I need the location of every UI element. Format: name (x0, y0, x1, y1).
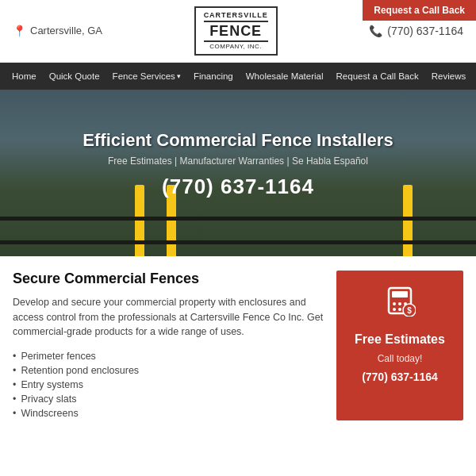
svg-rect-1 (0, 240, 476, 244)
hero-content: Efficient Commercial Fence Installers Fr… (83, 130, 393, 215)
sidebar-title: Free Estimates (355, 332, 445, 347)
request-callback-button[interactable]: Request a Call Back (363, 0, 476, 21)
svg-rect-4 (392, 291, 408, 298)
list-item: Privacy slats (13, 392, 324, 406)
logo-title: CARTERSVILLE (204, 11, 268, 20)
nav-fence-services[interactable]: Fence Services ▾ (107, 63, 186, 90)
logo-sub: COMPANY, INC. (204, 43, 268, 51)
navigation: Home Quick Quote Fence Services ▾ Financ… (0, 63, 476, 90)
svg-point-6 (398, 302, 401, 305)
list-item: Entry systems (13, 378, 324, 392)
hero-subtitle: Free Estimates | Manufacturer Warranties… (83, 155, 393, 167)
header-phone: (770) 637-1164 (387, 25, 463, 37)
svg-point-8 (393, 308, 396, 311)
nav-request-callback[interactable]: Request a Call Back (331, 63, 424, 90)
nav-quick-quote[interactable]: Quick Quote (44, 63, 106, 90)
logo[interactable]: CARTERSVILLE FENCE COMPANY, INC. (194, 6, 278, 56)
chevron-down-icon: ▾ (177, 72, 181, 80)
logo-main: FENCE (204, 21, 268, 43)
sidebar-phone[interactable]: (770) 637-1164 (362, 370, 438, 383)
svg-point-9 (398, 308, 401, 311)
location-area: 📍 Cartersville, GA (13, 25, 102, 37)
list-item: Perimeter fences (13, 349, 324, 363)
hero-title: Efficient Commercial Fence Installers (83, 130, 393, 151)
calculator-icon: $ (384, 285, 416, 323)
svg-rect-0 (0, 217, 476, 221)
hero-phone[interactable]: (770) 637-1164 (83, 175, 393, 199)
section-description: Develop and secure your commercial prope… (13, 295, 324, 340)
list-item: Retention pond enclosures (13, 363, 324, 378)
features-list: Perimeter fences Retention pond enclosur… (13, 349, 324, 420)
hero-section: for(let i=0; i<600; i+=16) { document.cu… (0, 90, 476, 256)
main-content: Secure Commercial Fences Develop and sec… (0, 256, 476, 435)
sidebar-card: $ Free Estimates Call today! (770) 637-1… (336, 271, 463, 420)
section-heading: Secure Commercial Fences (13, 271, 324, 287)
svg-point-5 (393, 302, 396, 305)
nav-financing[interactable]: Financing (188, 63, 239, 90)
nav-wholesale[interactable]: Wholesale Material (240, 63, 329, 90)
svg-text:$: $ (407, 306, 412, 315)
location-icon: 📍 (13, 25, 26, 37)
phone-icon: 📞 (369, 25, 382, 37)
nav-reviews[interactable]: Reviews (426, 63, 471, 90)
nav-home[interactable]: Home (6, 63, 42, 90)
phone-area[interactable]: 📞 (770) 637-1164 (369, 25, 463, 37)
sidebar-subtitle: Call today! (378, 353, 423, 364)
main-left: Secure Commercial Fences Develop and sec… (13, 271, 324, 420)
nav-about[interactable]: About (473, 63, 476, 90)
logo-box: CARTERSVILLE FENCE COMPANY, INC. (194, 6, 278, 56)
estimate-icon-svg: $ (384, 285, 416, 317)
location-text: Cartersville, GA (30, 25, 102, 36)
list-item: Windscreens (13, 406, 324, 420)
